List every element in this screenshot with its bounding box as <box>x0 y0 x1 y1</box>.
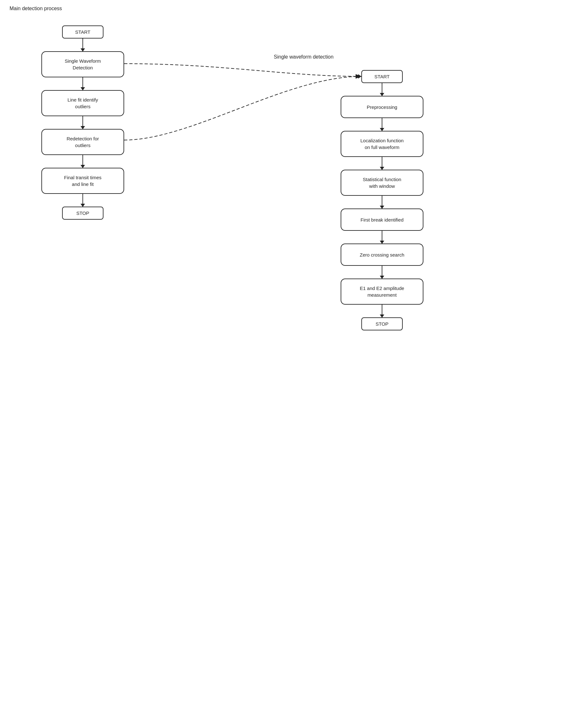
left-box-final-transit: Final transit timesand line fit <box>41 168 124 194</box>
arrow-5 <box>82 194 83 207</box>
arrow-2 <box>82 77 83 90</box>
right-box-amplitude: E1 and E2 amplitudemeasurement <box>341 279 423 305</box>
right-start-box: START <box>361 70 403 83</box>
right-box-first-break: First break identified <box>341 209 423 231</box>
right-box-preprocessing: Preprocessing <box>341 96 423 118</box>
right-box-zero-crossing: Zero crossing search <box>341 243 423 266</box>
dashed-connector-swt-to-start <box>124 64 361 77</box>
left-stop-box: STOP <box>62 207 103 220</box>
page-title: Main detection process <box>9 6 62 12</box>
r-arrow-3 <box>382 157 382 170</box>
r-arrow-4 <box>382 196 382 209</box>
arrow-3 <box>82 116 83 129</box>
left-flowchart: START Single WaveformDetection Line fit … <box>41 25 124 220</box>
left-start-box: START <box>62 25 103 39</box>
r-arrow-5 <box>382 231 382 243</box>
left-box-line-fit: Line fit identifyoutliers <box>41 90 124 116</box>
right-box-statistical: Statistical functionwith window <box>341 170 423 196</box>
r-arrow-2 <box>382 118 382 131</box>
right-box-localization: Localization functionon full waveform <box>341 131 423 157</box>
arrow-4 <box>82 155 83 168</box>
r-arrow-6 <box>382 266 382 279</box>
left-box-single-waveform: Single WaveformDetection <box>41 51 124 77</box>
r-arrow-1 <box>382 83 382 96</box>
right-flowchart: START Preprocessing Localization functio… <box>341 70 423 330</box>
left-box-redetection: Redetection foroutliers <box>41 129 124 155</box>
right-section-title: Single waveform detection <box>274 54 334 60</box>
arrow-1 <box>82 39 83 51</box>
right-stop-box: STOP <box>361 317 403 330</box>
r-arrow-7 <box>382 305 382 317</box>
